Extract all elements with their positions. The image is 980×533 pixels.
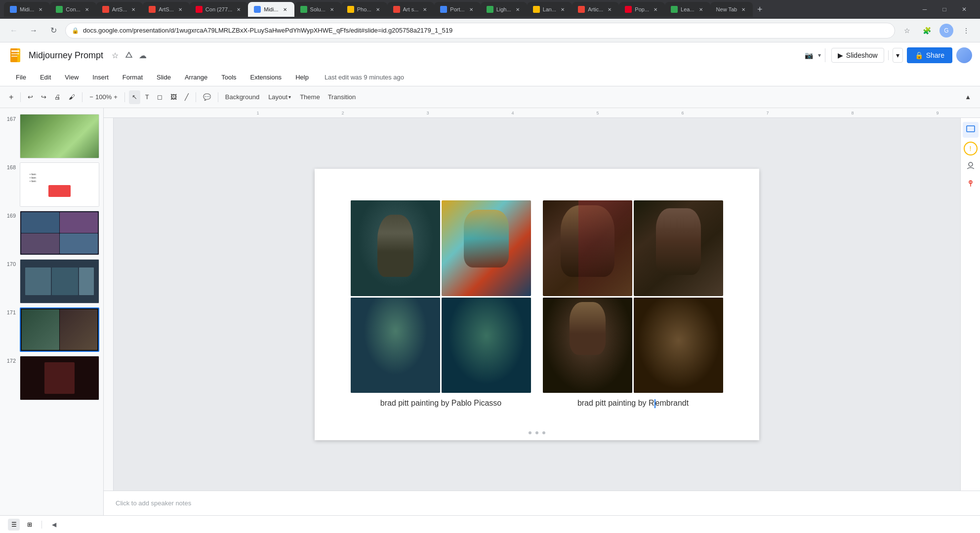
more-icon[interactable]: ⋮	[958, 23, 974, 38]
forward-button[interactable]: →	[26, 23, 41, 38]
star-icon[interactable]: ☆	[109, 49, 121, 61]
share-button[interactable]: 🔒 Share	[907, 47, 952, 63]
rembrandt-caption[interactable]: brad pitt painting by Rembrandt	[577, 399, 689, 408]
tab-close-icon[interactable]: ✕	[421, 6, 428, 13]
tab-lan[interactable]: Lan... ✕	[527, 2, 572, 17]
slide-thumbnail-169[interactable]	[20, 211, 99, 255]
tab-close-icon[interactable]: ✕	[130, 6, 137, 13]
menu-extensions[interactable]: Extensions	[245, 72, 288, 83]
keep-icon[interactable]: !	[964, 142, 978, 155]
tab-por[interactable]: Port... ✕	[434, 2, 480, 17]
notes-placeholder-text[interactable]: Click to add speaker notes	[116, 499, 191, 507]
address-bar[interactable]: 🔒 docs.google.com/presentation/d/1wugxrc…	[65, 23, 895, 38]
slideshow-button[interactable]: ▶ Slideshow	[831, 48, 884, 63]
menu-format[interactable]: Format	[117, 72, 149, 83]
maps-icon[interactable]	[963, 175, 979, 191]
tab-midi2-active[interactable]: Midi... ✕	[248, 2, 294, 17]
theme-button[interactable]: Theme	[297, 90, 323, 104]
image-tool-button[interactable]: 🖼	[167, 90, 180, 104]
slide-item-171[interactable]: 171	[0, 305, 103, 354]
slide-item-168[interactable]: 168 • Item• Item• Item	[0, 160, 103, 209]
undo-button[interactable]: ↩	[25, 90, 36, 104]
camera-icon[interactable]: 📷	[802, 48, 816, 62]
add-slide-button[interactable]: +	[6, 90, 16, 104]
tab-new[interactable]: New Tab ✕	[710, 2, 753, 17]
tab-art1[interactable]: ArtS... ✕	[96, 2, 143, 17]
tab-close-icon[interactable]: ✕	[83, 6, 90, 13]
slide-thumbnail-167[interactable]	[20, 114, 99, 158]
menu-insert[interactable]: Insert	[86, 72, 115, 83]
slide-item-172[interactable]: 172	[0, 354, 103, 402]
select-tool-button[interactable]: ↖	[129, 90, 140, 104]
comment-button[interactable]: 💬	[200, 90, 214, 104]
new-tab-button[interactable]: +	[753, 2, 767, 16]
contacts-icon[interactable]	[963, 157, 979, 173]
slide-thumbnail-168[interactable]: • Item• Item• Item	[20, 162, 99, 207]
slideshow-dropdown-button[interactable]: ▾	[893, 48, 903, 63]
slide-thumbnail-172[interactable]	[20, 356, 99, 400]
slide-view-button[interactable]: ☰	[8, 519, 20, 531]
tab-pop[interactable]: Pop... ✕	[619, 2, 665, 17]
menu-view[interactable]: View	[59, 72, 84, 83]
tab-close-icon[interactable]: ✕	[606, 6, 613, 13]
shape-tool-button[interactable]: ◻	[154, 90, 165, 104]
tab-midi1[interactable]: Midi... ✕	[4, 2, 50, 17]
canvas-workspace[interactable]: brad pitt painting by Pablo Picasso	[114, 118, 960, 491]
slide-thumbnail-171[interactable]	[20, 307, 99, 352]
tab-art3[interactable]: Art s... ✕	[387, 2, 435, 17]
speaker-notes[interactable]: Click to add speaker notes	[104, 491, 980, 515]
menu-help[interactable]: Help	[289, 72, 315, 83]
background-button[interactable]: Background	[222, 90, 262, 104]
tab-close-icon[interactable]: ✕	[697, 6, 704, 13]
print-button[interactable]: 🖨	[51, 90, 64, 104]
grid-view-button[interactable]: ⊞	[24, 519, 36, 531]
menu-edit[interactable]: Edit	[34, 72, 57, 83]
tab-close-icon[interactable]: ✕	[37, 6, 44, 13]
tab-close-icon[interactable]: ✕	[740, 6, 747, 13]
tab-close-icon[interactable]: ✕	[328, 6, 335, 13]
line-tool-button[interactable]: ╱	[182, 90, 192, 104]
zoom-control[interactable]: − 100% +	[86, 93, 120, 101]
tab-con[interactable]: Con... ✕	[50, 2, 96, 17]
slide-item-169[interactable]: 169	[0, 209, 103, 257]
doc-title[interactable]: Midjourney Prompt	[29, 50, 103, 61]
layout-button[interactable]: Layout ▾	[264, 90, 295, 104]
slide-item-170[interactable]: 170	[0, 257, 103, 305]
tab-close-icon[interactable]: ✕	[235, 6, 242, 13]
zoom-minus[interactable]: −	[89, 93, 93, 101]
menu-tools[interactable]: Tools	[215, 72, 242, 83]
tab-sol[interactable]: Solu... ✕	[294, 2, 341, 17]
tab-art4[interactable]: Artic... ✕	[572, 2, 619, 17]
tab-lig[interactable]: Ligh... ✕	[481, 2, 527, 17]
cloud-icon[interactable]: ☁	[137, 49, 149, 61]
slide-item-167[interactable]: 167	[0, 112, 103, 160]
reload-button[interactable]: ↻	[45, 23, 61, 38]
tab-close-icon[interactable]: ✕	[282, 6, 288, 13]
profile-avatar[interactable]: G	[939, 24, 953, 38]
tab-close-icon[interactable]: ✕	[177, 6, 184, 13]
tab-close-icon[interactable]: ✕	[514, 6, 521, 13]
collapse-panel-button[interactable]: ◀	[48, 519, 60, 531]
extensions-icon[interactable]: 🧩	[919, 23, 935, 38]
menu-arrange[interactable]: Arrange	[179, 72, 213, 83]
tab-pin[interactable]: Con (277... ✕	[190, 2, 248, 17]
zoom-plus[interactable]: +	[114, 93, 118, 101]
tab-close-icon[interactable]: ✕	[559, 6, 566, 13]
tab-pho[interactable]: Pho... ✕	[341, 2, 387, 17]
text-tool-button[interactable]: T	[142, 90, 152, 104]
slides-panel-icon[interactable]	[963, 122, 979, 138]
collapse-toolbar-button[interactable]: ▲	[962, 90, 974, 104]
user-avatar[interactable]	[956, 47, 972, 63]
maximize-button[interactable]: □	[937, 1, 952, 17]
bookmarks-icon[interactable]: ☆	[899, 23, 915, 38]
picasso-caption[interactable]: brad pitt painting by Pablo Picasso	[380, 399, 501, 408]
tab-close-icon[interactable]: ✕	[652, 6, 659, 13]
tab-close-icon[interactable]: ✕	[374, 6, 381, 13]
tab-art2[interactable]: ArtS... ✕	[143, 2, 190, 17]
menu-slide[interactable]: Slide	[151, 72, 177, 83]
transition-button[interactable]: Transition	[325, 90, 359, 104]
menu-file[interactable]: File	[10, 72, 32, 83]
drive-icon[interactable]	[123, 49, 135, 61]
minimize-button[interactable]: ─	[917, 1, 933, 17]
profile-icon[interactable]: G	[939, 23, 954, 38]
